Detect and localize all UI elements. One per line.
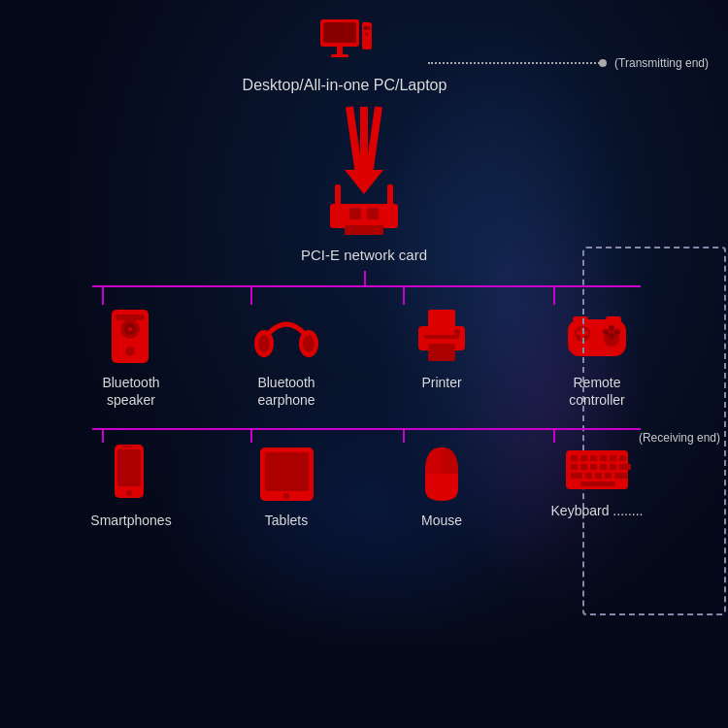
svg-rect-11 xyxy=(330,204,398,228)
mouse-icon xyxy=(415,443,469,506)
svg-point-20 xyxy=(128,327,132,331)
tablets-icon xyxy=(255,443,318,506)
svg-point-21 xyxy=(125,347,135,356)
svg-rect-15 xyxy=(349,208,361,219)
svg-rect-63 xyxy=(610,464,616,470)
bluetooth-earphone-icon xyxy=(252,305,320,368)
mouse-label: Mouse xyxy=(421,512,462,529)
svg-rect-58 xyxy=(619,455,626,461)
svg-rect-44 xyxy=(117,449,141,486)
svg-point-49 xyxy=(283,493,289,499)
printer-icon xyxy=(411,305,474,368)
svg-rect-67 xyxy=(595,473,602,479)
remote-controller-label: Remotecontroller xyxy=(569,374,625,409)
svg-point-37 xyxy=(603,329,609,335)
pc-block: Desktop/All-in-one PC/Laptop xyxy=(243,17,447,94)
bluetooth-earphone-label: Bluetoothearphone xyxy=(257,374,314,409)
monitor-icon xyxy=(315,17,374,71)
svg-point-26 xyxy=(303,335,314,352)
svg-rect-64 xyxy=(619,464,631,470)
svg-rect-56 xyxy=(600,455,607,461)
svg-rect-61 xyxy=(590,464,597,470)
svg-rect-30 xyxy=(424,335,459,339)
svg-rect-68 xyxy=(605,473,612,479)
svg-rect-29 xyxy=(428,344,455,361)
svg-rect-60 xyxy=(580,464,587,470)
mouse-item: Mouse xyxy=(364,443,519,529)
bluetooth-speaker-item: Bluetoothspeaker xyxy=(53,305,209,409)
svg-point-40 xyxy=(609,333,614,339)
svg-rect-65 xyxy=(571,473,582,479)
svg-point-31 xyxy=(454,329,460,335)
svg-point-45 xyxy=(126,490,132,496)
svg-point-38 xyxy=(609,325,614,331)
devices-row-1: Bluetoothspeaker Bluetoothearphone xyxy=(0,305,728,409)
svg-rect-57 xyxy=(610,455,616,461)
svg-rect-14 xyxy=(345,225,383,235)
svg-rect-54 xyxy=(580,455,587,461)
svg-rect-55 xyxy=(590,455,597,461)
svg-rect-69 xyxy=(614,473,628,479)
bluetooth-earphone-item: Bluetoothearphone xyxy=(209,305,364,409)
svg-rect-2 xyxy=(337,47,343,54)
svg-rect-16 xyxy=(367,208,379,219)
svg-rect-1 xyxy=(323,22,356,43)
svg-rect-66 xyxy=(585,473,592,479)
svg-rect-12 xyxy=(335,184,341,206)
svg-rect-22 xyxy=(116,314,145,320)
printer-label: Printer xyxy=(421,374,461,391)
pc-label: Desktop/All-in-one PC/Laptop xyxy=(243,77,447,94)
svg-rect-59 xyxy=(571,464,578,470)
keyboard-icon xyxy=(563,443,631,496)
svg-rect-42 xyxy=(606,316,621,322)
bluetooth-speaker-icon xyxy=(102,305,160,368)
svg-rect-70 xyxy=(580,481,615,486)
bluetooth-speaker-label: Bluetoothspeaker xyxy=(102,374,159,409)
svg-rect-41 xyxy=(573,316,588,322)
svg-point-25 xyxy=(258,335,270,352)
pcie-label: PCI-E network card xyxy=(301,247,427,263)
smartphones-icon xyxy=(107,443,155,506)
printer-item: Printer xyxy=(364,305,519,391)
transmitting-end-label: (Transmitting end) xyxy=(614,56,709,70)
svg-rect-5 xyxy=(364,26,370,30)
svg-line-8 xyxy=(369,107,379,175)
smartphones-label: Smartphones xyxy=(90,512,171,529)
tablets-label: Tablets xyxy=(265,512,308,529)
smartphones-item: Smartphones xyxy=(53,443,209,529)
svg-point-6 xyxy=(366,33,369,36)
remote-controller-item: Remotecontroller xyxy=(519,305,675,409)
pcie-section: PCI-E network card xyxy=(0,184,728,263)
svg-rect-13 xyxy=(387,184,393,206)
svg-rect-27 xyxy=(428,310,455,327)
svg-rect-46 xyxy=(122,446,132,447)
remote-controller-icon xyxy=(563,305,631,368)
svg-rect-3 xyxy=(331,54,348,57)
svg-rect-48 xyxy=(265,452,309,491)
top-section: Desktop/All-in-one PC/Laptop (Transmitti… xyxy=(0,0,728,94)
pc-icons xyxy=(315,17,374,71)
devices-row-2: Smartphones Tablets xyxy=(0,443,728,529)
keyboard-item: Keyboard ........ xyxy=(519,443,675,519)
tablets-item: Tablets xyxy=(209,443,364,529)
svg-rect-53 xyxy=(571,455,578,461)
svg-point-39 xyxy=(614,329,620,335)
svg-rect-36 xyxy=(580,327,584,339)
pcie-card-icon xyxy=(320,184,408,243)
svg-line-7 xyxy=(349,107,359,175)
keyboard-label: Keyboard ........ xyxy=(551,502,644,519)
svg-rect-62 xyxy=(600,464,607,470)
